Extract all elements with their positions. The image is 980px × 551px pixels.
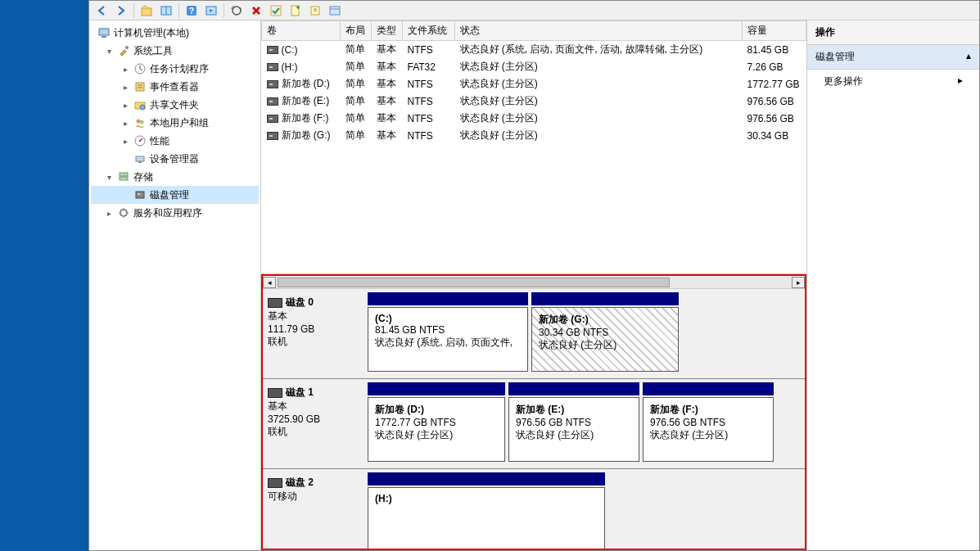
tree-item-label: 系统工具 [133, 44, 173, 58]
col-volume[interactable]: 卷 [262, 21, 341, 41]
partition[interactable]: 新加卷 (E:)976.56 GB NTFS状态良好 (主分区) [508, 397, 639, 462]
scroll-left-button[interactable]: ◂ [263, 277, 276, 288]
tree-system-tools[interactable]: ▾系统工具 [91, 42, 259, 60]
drive-icon [267, 115, 278, 123]
volume-row[interactable]: (C:)简单基本NTFS状态良好 (系统, 启动, 页面文件, 活动, 故障转储… [262, 41, 806, 59]
collapse-icon[interactable]: ▾ [104, 173, 114, 182]
partition[interactable]: (C:)81.45 GB NTFS状态良好 (系统, 启动, 页面文件, [368, 307, 528, 372]
svg-text:?: ? [189, 7, 194, 16]
tree-event-viewer[interactable]: ▸事件查看器 [91, 78, 259, 96]
drive-icon [267, 63, 278, 71]
volume-row[interactable]: 新加卷 (E:)简单基本NTFS状态良好 (主分区)976.56 GB [262, 93, 806, 110]
partition[interactable]: 新加卷 (G:)30.34 GB NTFS状态良好 (主分区) [531, 307, 679, 372]
actions-section[interactable]: 磁盘管理 ▴ [807, 45, 979, 70]
svg-rect-12 [99, 29, 109, 35]
disk-info[interactable]: 磁盘 0基本111.79 GB联机 [263, 289, 364, 378]
expand-icon[interactable]: ▸ [120, 65, 130, 74]
storage-icon [117, 170, 130, 183]
drive-icon [267, 132, 278, 140]
event-icon [133, 80, 147, 93]
folder-share-icon [133, 98, 147, 111]
tree-item-label: 服务和应用程序 [133, 206, 202, 220]
expand-icon[interactable]: ▸ [120, 101, 130, 110]
tree-item-label: 性能 [150, 134, 169, 148]
expand-icon[interactable]: ▸ [120, 137, 130, 146]
tree-disk-management[interactable]: 磁盘管理 [91, 186, 259, 204]
scroll-right-button[interactable]: ▸ [792, 277, 805, 288]
volume-row[interactable]: (H:)简单基本FAT32状态良好 (主分区)7.26 GB [262, 58, 806, 75]
tree-item-label: 存储 [133, 170, 153, 184]
navigation-tree[interactable]: 计算机管理(本地) ▾系统工具 ▸任务计划程序 ▸事件查看器 ▸共享文件夹 ▸本… [89, 20, 261, 550]
scroll-thumb[interactable] [278, 278, 670, 287]
volume-list[interactable]: 卷 布局 类型 文件系统 状态 容量 (C:)简单基本NTFS状态良好 (系统,… [261, 20, 806, 274]
svg-point-6 [233, 7, 241, 15]
play-list-button[interactable] [202, 2, 220, 19]
services-icon [117, 206, 130, 219]
properties-button[interactable] [326, 2, 344, 19]
drive-icon [268, 388, 282, 398]
partition[interactable]: 新加卷 (D:)1772.77 GB NTFS状态良好 (主分区) [368, 397, 505, 462]
export-button[interactable] [306, 2, 324, 19]
expand-icon[interactable]: ▸ [104, 209, 114, 218]
col-capacity[interactable]: 容量 [743, 21, 806, 41]
volume-row[interactable]: 新加卷 (D:)简单基本NTFS状态良好 (主分区)1772.77 GB [262, 75, 806, 93]
view-split-button[interactable] [157, 2, 175, 19]
svg-rect-23 [136, 156, 144, 161]
horizontal-scrollbar[interactable]: ◂ ▸ [263, 276, 805, 289]
partition[interactable]: (H:) [368, 487, 605, 550]
actions-title: 操作 [807, 20, 979, 45]
folder-up-button[interactable] [138, 2, 156, 19]
device-icon [133, 152, 147, 165]
clock-icon [133, 62, 147, 75]
disk-icon [133, 188, 147, 201]
users-icon [133, 116, 147, 129]
tree-services-apps[interactable]: ▸服务和应用程序 [91, 204, 259, 222]
expand-icon[interactable]: ▸ [120, 83, 130, 92]
tree-storage[interactable]: ▾存储 [91, 168, 259, 186]
tree-shared-folders[interactable]: ▸共享文件夹 [91, 96, 259, 114]
drive-icon [268, 298, 282, 308]
drive-icon [267, 97, 278, 106]
collapse-icon[interactable]: ▾ [104, 47, 114, 56]
svg-rect-13 [102, 36, 106, 38]
tree-root[interactable]: 计算机管理(本地) [91, 24, 259, 42]
tree-item-label: 事件查看器 [150, 80, 199, 94]
col-type[interactable]: 类型 [372, 21, 403, 41]
tree-local-users[interactable]: ▸本地用户和组 [91, 114, 259, 132]
delete-button[interactable] [247, 2, 265, 19]
col-status[interactable]: 状态 [455, 21, 743, 41]
tree-root-label: 计算机管理(本地) [114, 26, 189, 40]
check-button[interactable] [267, 2, 285, 19]
perf-icon [133, 134, 147, 147]
volume-row[interactable]: 新加卷 (G:)简单基本NTFS状态良好 (主分区)30.34 GB [262, 127, 806, 144]
computer-icon [97, 26, 111, 39]
disk-info[interactable]: 磁盘 2可移动 [263, 469, 364, 550]
actions-panel: 操作 磁盘管理 ▴ 更多操作 ▸ [807, 20, 979, 550]
tools-icon [117, 44, 130, 57]
tree-performance[interactable]: ▸性能 [91, 132, 259, 150]
new-doc-button[interactable] [287, 2, 305, 19]
col-layout[interactable]: 布局 [341, 21, 372, 41]
disk-layout-pane[interactable]: ◂ ▸ 磁盘 0基本111.79 GB联机(C:)81.45 GB NTFS状态… [261, 274, 806, 550]
partition[interactable]: 新加卷 (F:)976.56 GB NTFS状态良好 (主分区) [643, 397, 774, 462]
refresh-button[interactable] [228, 2, 246, 19]
nav-forward-button[interactable] [112, 2, 130, 19]
scroll-track[interactable] [276, 277, 792, 288]
help-button[interactable]: ? [183, 2, 201, 19]
tree-task-scheduler[interactable]: ▸任务计划程序 [91, 60, 259, 78]
svg-rect-10 [330, 7, 340, 15]
expand-icon[interactable]: ▸ [120, 119, 130, 128]
more-actions[interactable]: 更多操作 ▸ [807, 70, 979, 93]
svg-point-18 [140, 105, 145, 110]
disk-row: 磁盘 0基本111.79 GB联机(C:)81.45 GB NTFS状态良好 (… [263, 289, 805, 379]
volume-row[interactable]: 新加卷 (F:)简单基本NTFS状态良好 (主分区)976.56 GB [262, 110, 806, 127]
collapse-icon[interactable]: ▴ [966, 50, 971, 64]
tree-item-label: 共享文件夹 [150, 98, 199, 112]
chevron-right-icon: ▸ [958, 75, 963, 88]
col-filesystem[interactable]: 文件系统 [403, 21, 455, 41]
nav-back-button[interactable] [93, 2, 111, 19]
tree-item-label: 任务计划程序 [150, 62, 209, 76]
disk-info[interactable]: 磁盘 1基本3725.90 GB联机 [263, 379, 364, 468]
tree-device-manager[interactable]: 设备管理器 [91, 150, 259, 168]
content-area: 卷 布局 类型 文件系统 状态 容量 (C:)简单基本NTFS状态良好 (系统,… [261, 20, 807, 550]
